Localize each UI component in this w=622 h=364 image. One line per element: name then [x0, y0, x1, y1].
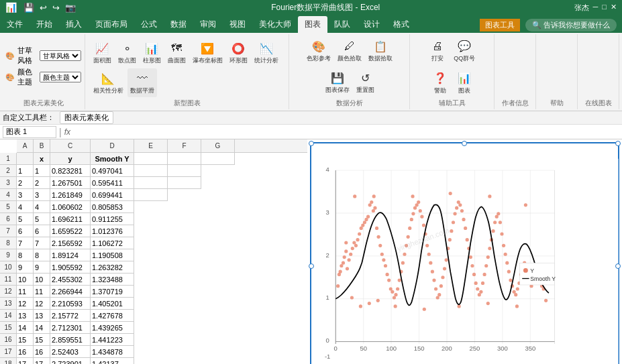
cell-d9[interactable]: 1.190508	[91, 249, 134, 261]
cell-c3[interactable]: 1.267501	[50, 177, 91, 189]
close-button[interactable]: ✕	[611, 3, 617, 13]
maximize-button[interactable]: □	[602, 3, 607, 13]
cell-e2[interactable]	[134, 165, 168, 177]
cell-f3[interactable]	[168, 177, 201, 189]
cell-g1[interactable]	[201, 153, 235, 165]
cell-b4[interactable]: 3	[34, 189, 50, 201]
cell-a13[interactable]: 12	[17, 298, 34, 310]
cell-b17[interactable]: 16	[34, 346, 50, 358]
reset-btn[interactable]: ↺ 重置图	[354, 68, 377, 97]
cell-e1[interactable]	[134, 153, 168, 165]
cell-c10[interactable]: 1.905592	[50, 261, 91, 274]
cell-c5[interactable]: 1.060602	[50, 201, 91, 213]
theme-dropdown[interactable]: 颜色主题	[40, 72, 81, 82]
tab-layout[interactable]: 页面布局	[89, 16, 134, 33]
cell-b2[interactable]: 1	[34, 165, 50, 177]
cell-b9[interactable]: 8	[34, 249, 50, 261]
cell-c15[interactable]: 2.712301	[50, 322, 91, 334]
cell-d1[interactable]: Smooth Y	[91, 153, 134, 165]
tab-data[interactable]: 数据	[164, 16, 193, 33]
cell-a12[interactable]: 11	[17, 286, 34, 298]
cell-b10[interactable]: 9	[34, 261, 50, 274]
style-dropdown[interactable]: 甘草风格	[40, 50, 81, 61]
tell-me-input[interactable]: 🔍 告诉我你想要做什么	[525, 19, 617, 32]
cell-d16[interactable]: 1.441223	[91, 334, 134, 346]
bar-chart-btn[interactable]: 📊 柱形图	[140, 38, 164, 67]
formula-input[interactable]	[73, 127, 619, 137]
correlation-btn[interactable]: 📐 相关性分析	[91, 68, 126, 97]
tab-team[interactable]: 队队	[327, 16, 357, 33]
cell-b7[interactable]: 6	[34, 225, 50, 237]
cell-d3[interactable]: 0.595411	[91, 177, 134, 189]
cell-d15[interactable]: 1.439265	[91, 322, 134, 334]
tab-file[interactable]: 文件	[0, 16, 30, 33]
cell-a3[interactable]: 2	[17, 177, 34, 189]
cell-b18[interactable]: 17	[34, 358, 50, 364]
cell-b13[interactable]: 12	[34, 298, 50, 310]
ring-chart-btn[interactable]: ⭕ 环形图	[227, 38, 250, 67]
cell-a16[interactable]: 15	[17, 334, 34, 346]
cell-e3[interactable]	[134, 177, 168, 189]
undo-button[interactable]: ↩	[38, 2, 48, 13]
cell-a14[interactable]: 13	[17, 310, 34, 322]
cell-c7[interactable]: 1.659522	[50, 225, 91, 237]
area-chart-btn[interactable]: 📈 面积图	[91, 38, 114, 67]
tab-design[interactable]: 设计	[357, 16, 386, 33]
cell-a10[interactable]: 9	[17, 261, 34, 274]
tab-home[interactable]: 开始	[30, 16, 59, 33]
cell-c8[interactable]: 2.156592	[50, 237, 91, 249]
cell-c4[interactable]: 1.261849	[50, 189, 91, 201]
cell-a9[interactable]: 8	[17, 249, 34, 261]
smooth-btn[interactable]: 〰 数据平滑	[127, 68, 157, 97]
surface-chart-btn[interactable]: 🗺 曲面图	[165, 38, 189, 67]
cell-b14[interactable]: 13	[34, 310, 50, 322]
cell-a6[interactable]: 5	[17, 213, 34, 225]
cell-b11[interactable]: 10	[34, 274, 50, 286]
cell-b3[interactable]: 2	[34, 177, 50, 189]
cell-d4[interactable]: 0.699441	[91, 189, 134, 201]
cell-b6[interactable]: 5	[34, 213, 50, 225]
cell-f1[interactable]	[168, 153, 201, 165]
cell-c14[interactable]: 2.15772	[50, 310, 91, 322]
cell-d11[interactable]: 1.323488	[91, 274, 134, 286]
chart-area[interactable]: + 🖌 ▽ 4 3 2 1 0 -1 0 50 100 150 200 250 …	[310, 142, 620, 364]
tab-chart[interactable]: 图表	[298, 16, 327, 33]
cell-c17[interactable]: 2.52403	[50, 346, 91, 358]
cell-c9[interactable]: 1.89124	[50, 249, 91, 261]
cell-c12[interactable]: 2.266944	[50, 286, 91, 298]
help-btn[interactable]: ❓ 警助	[429, 68, 451, 97]
cell-c2[interactable]: 0.823281	[50, 165, 91, 177]
tab-view[interactable]: 视图	[223, 16, 252, 33]
cell-a8[interactable]: 7	[17, 237, 34, 249]
cell-a2[interactable]: 1	[17, 165, 34, 177]
cell-c11[interactable]: 2.455302	[50, 274, 91, 286]
tab-beautify[interactable]: 美化大师	[252, 16, 298, 33]
cell-a7[interactable]: 6	[17, 225, 34, 237]
cell-d6[interactable]: 0.911255	[91, 213, 134, 225]
cell-d10[interactable]: 1.263282	[91, 261, 134, 274]
color-pick-btn[interactable]: 🖊 颜色拾取	[335, 36, 364, 65]
cell-d18[interactable]: 1.42137	[91, 358, 134, 364]
waterfall-btn[interactable]: 🔽 瀑布坐标图	[190, 38, 225, 67]
cell-a17[interactable]: 16	[17, 346, 34, 358]
scatter-chart-btn[interactable]: ⚬ 散点图	[115, 38, 139, 67]
cell-b15[interactable]: 14	[34, 322, 50, 334]
screenshot-button[interactable]: 📷	[64, 2, 77, 13]
cell-d2[interactable]: 0.497041	[91, 165, 134, 177]
cell-c13[interactable]: 2.210593	[50, 298, 91, 310]
print-btn[interactable]: 🖨 打安	[427, 36, 448, 65]
cell-c18[interactable]: 2.723901	[50, 358, 91, 364]
cell-c16[interactable]: 2.859551	[50, 334, 91, 346]
stat-analysis-btn[interactable]: 📉 统计分析	[252, 38, 281, 67]
qq-btn[interactable]: 💬 QQ群号	[451, 36, 478, 65]
cell-c1[interactable]: y	[50, 153, 91, 165]
cell-b16[interactable]: 15	[34, 334, 50, 346]
redo-button[interactable]: ↪	[51, 2, 61, 13]
save-button[interactable]: 💾	[22, 2, 36, 13]
cell-a5[interactable]: 4	[17, 201, 34, 213]
cell-a11[interactable]: 10	[17, 274, 34, 286]
minimize-button[interactable]: ─	[593, 3, 599, 13]
cell-d8[interactable]: 1.106272	[91, 237, 134, 249]
cell-a4[interactable]: 3	[17, 189, 34, 201]
cell-f2[interactable]	[168, 165, 201, 177]
